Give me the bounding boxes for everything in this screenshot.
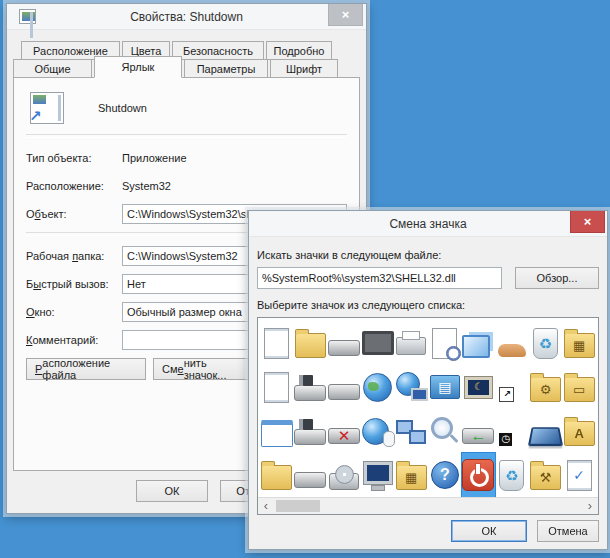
tab-details[interactable]: Подробно [266, 41, 332, 60]
object-type-value: Приложение [122, 152, 347, 164]
control-panel-icon-cell[interactable]: ▤ [428, 365, 462, 409]
shortcut-overlay-arrow-icon: ↗ [29, 107, 42, 125]
cancel-button[interactable]: Отмена [537, 520, 599, 542]
tab-font[interactable]: Шрифт [270, 59, 338, 78]
program-group-folder-icon: ▦ [396, 465, 427, 490]
recycle-bin-icon-cell[interactable]: ♻ [529, 321, 563, 365]
network-globe-icon-cell[interactable] [394, 365, 428, 409]
globe-icon-cell[interactable] [361, 365, 395, 409]
program-group-folder-icon-cell[interactable]: ▦ [394, 453, 428, 497]
tab-options[interactable]: Параметры [184, 59, 268, 78]
closed-folder-icon [261, 465, 292, 490]
network-computers-icon-cell[interactable] [394, 409, 428, 453]
recent-document-icon [432, 328, 457, 359]
search-icon [431, 417, 453, 439]
cd-drive-icon-cell[interactable] [327, 453, 361, 497]
internet-mouse-icon-cell[interactable] [361, 409, 395, 453]
floppy-computer-icon-cell[interactable] [294, 365, 328, 409]
shortcut-name: Shutdown [98, 102, 147, 114]
closed-folder-icon-cell[interactable] [260, 453, 294, 497]
horizontal-scrollbar[interactable]: ‹ › [258, 497, 598, 514]
shared-hand-icon-cell[interactable] [495, 321, 529, 365]
disconnected-drive-icon-cell[interactable]: ✕ [327, 409, 361, 453]
scroll-right-icon[interactable]: › [582, 499, 598, 513]
rich-document-icon [264, 372, 289, 403]
change-icon-dialog: Смена значка × Искать значки в следующем… [248, 210, 608, 550]
shutdown-power-icon-cell[interactable] [462, 453, 496, 497]
tab-shortcut[interactable]: Ярлык [94, 56, 182, 78]
full-recycle-bin-icon: ♻ [499, 460, 524, 491]
admin-tools-folder-icon: ⚒ [530, 465, 561, 490]
fonts-folder-icon-cell[interactable]: A [562, 409, 596, 453]
ok-button[interactable]: ОК [136, 480, 208, 502]
clock-badge-icon: ◷ [499, 433, 512, 446]
program-file-icon-cell[interactable] [260, 321, 294, 365]
properties-title: Свойства: Shutdown [130, 10, 243, 24]
desktop-settings-folder-icon-cell[interactable]: ▦ [562, 321, 596, 365]
hard-drive-icon-cell[interactable] [327, 321, 361, 365]
search-icon-cell[interactable] [428, 409, 462, 453]
search-file-label: Искать значки в следующем файле: [257, 249, 599, 261]
scroll-left-icon[interactable]: ‹ [258, 499, 274, 513]
floppy-computer-icon [294, 385, 326, 401]
recycle-bin-icon: ♻ [533, 328, 558, 359]
application-window-icon-cell[interactable] [462, 321, 496, 365]
cd-drive-icon [329, 473, 359, 490]
close-icon[interactable]: × [328, 4, 363, 26]
browse-button[interactable]: Обзор... [515, 267, 599, 289]
admin-tools-folder-icon-cell[interactable]: ⚒ [529, 453, 563, 497]
internet-mouse-icon [362, 418, 389, 445]
scrollbar-thumb[interactable] [276, 500, 320, 512]
tab-security[interactable]: Безопасность [172, 41, 264, 60]
clock-badge-icon-cell[interactable]: ◷ [495, 409, 529, 453]
target-label: Объект: [26, 208, 122, 220]
tab-general[interactable]: Общие [13, 59, 92, 78]
removable-drive-icon-cell[interactable] [294, 453, 328, 497]
memory-chip-icon [362, 331, 394, 355]
window-frame-icon-cell[interactable] [260, 409, 294, 453]
change-icon-titlebar[interactable]: Смена значка × [249, 211, 607, 237]
memory-chip-icon-cell[interactable] [361, 321, 395, 365]
change-icon-button[interactable]: Сменить значок... [153, 358, 257, 380]
transfer-folder-icon-cell[interactable]: ⚙ [529, 365, 563, 409]
shutdown-app-icon: ↗ [30, 92, 64, 124]
ok-button[interactable]: ОК [451, 520, 527, 542]
close-icon[interactable]: × [570, 211, 605, 233]
program-file-icon [264, 328, 289, 359]
printer-icon-cell[interactable] [394, 321, 428, 365]
open-folder-icon-cell[interactable] [294, 321, 328, 365]
change-icon-title: Смена значка [389, 217, 466, 231]
rich-document-icon-cell[interactable] [260, 365, 294, 409]
network-globe-icon [396, 372, 420, 396]
shortcut-arrow-icon-cell[interactable]: ↗ [495, 365, 529, 409]
removable-drive-icon [294, 472, 326, 488]
help-icon-cell[interactable]: ? [428, 453, 462, 497]
workstation-icon [364, 462, 392, 484]
window-mode-value: Обычный размер окна [127, 306, 242, 318]
printer-folder-icon-cell[interactable]: ▭ [562, 365, 596, 409]
desktop-settings-folder-icon: ▦ [564, 333, 595, 358]
icon-file-path-input[interactable]: %SystemRoot%\system32\SHELL32.dll [257, 267, 502, 289]
select-icon-label: Выберите значок из следующего списка: [257, 299, 599, 311]
network-computers-icon [396, 420, 426, 446]
icon-grid: ♻▦▤☾↗⚙▭✕←◷A▦?♻⚒✓ [258, 318, 598, 497]
properties-titlebar[interactable]: Свойства: Shutdown × [7, 4, 366, 30]
network-drive-icon-cell[interactable] [327, 365, 361, 409]
comment-label: Комментарий: [26, 334, 122, 346]
full-recycle-bin-icon-cell[interactable]: ♻ [495, 453, 529, 497]
crt-monitor-icon-cell[interactable]: ☾ [462, 365, 496, 409]
location-value: System32 [122, 180, 347, 192]
workstation-icon-cell[interactable] [361, 453, 395, 497]
backup-drive-icon-cell[interactable] [294, 409, 328, 453]
fonts-folder-icon: A [564, 421, 595, 446]
file-location-button[interactable]: Расположение файла [26, 358, 146, 380]
laptop-icon-cell[interactable] [529, 409, 563, 453]
recent-document-icon-cell[interactable] [428, 321, 462, 365]
location-label: Расположение: [26, 180, 122, 192]
restore-drive-icon-cell[interactable]: ← [462, 409, 496, 453]
restore-drive-icon: ← [462, 428, 494, 444]
backup-drive-icon [294, 429, 326, 445]
object-type-label: Тип объекта: [26, 152, 122, 164]
task-checklist-icon-cell[interactable]: ✓ [562, 453, 596, 497]
crt-monitor-icon: ☾ [465, 377, 492, 398]
